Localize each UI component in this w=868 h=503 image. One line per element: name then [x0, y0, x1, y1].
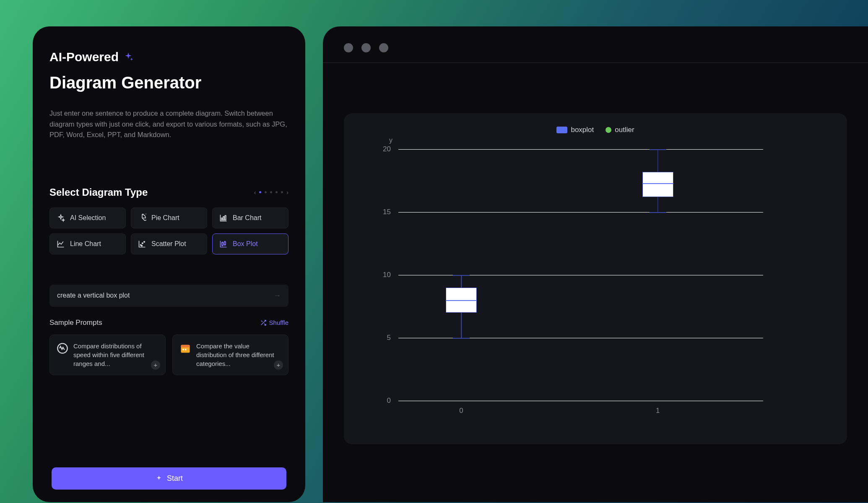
chip-scatter-plot[interactable]: Scatter Plot: [131, 233, 207, 254]
sample-card-1[interactable]: Compare distributions of speed within fi…: [49, 334, 166, 375]
prompt-input[interactable]: [57, 292, 273, 299]
svg-rect-13: [185, 349, 187, 350]
sample-card-text: Compare distributions of speed within fi…: [73, 342, 159, 368]
svg-point-5: [144, 241, 145, 242]
scatter-plot-icon: [138, 240, 146, 248]
y-tick-label: 5: [387, 334, 391, 342]
preview-panel: boxplot outlier y 0510152001: [323, 26, 868, 502]
svg-rect-12: [182, 349, 184, 350]
calendar-icon: [179, 342, 191, 354]
shuffle-icon: [260, 319, 267, 326]
y-tick-label: 0: [387, 397, 391, 405]
legend-swatch-outlier: [606, 127, 611, 133]
pager-dot-1[interactable]: [259, 191, 261, 193]
pager-dot-5[interactable]: [281, 191, 283, 193]
chart-card: boxplot outlier y 0510152001: [344, 113, 847, 444]
chip-label: AI Selection: [70, 214, 106, 222]
svg-rect-7: [222, 242, 223, 245]
gridline: [398, 149, 763, 150]
generator-panel: AI-Powered Diagram Generator Just enter …: [33, 26, 305, 502]
pager-prev[interactable]: ‹: [254, 189, 256, 196]
page-title: Diagram Generator: [49, 73, 288, 92]
window-maximize-icon[interactable]: [379, 43, 388, 52]
svg-rect-8: [224, 242, 226, 245]
add-sample-button[interactable]: +: [151, 360, 160, 370]
description-text: Just enter one sentence to produce a com…: [49, 108, 288, 140]
sparkle-icon: [155, 475, 163, 482]
ai-powered-tag: AI-Powered: [49, 50, 288, 64]
legend-label: boxplot: [571, 126, 594, 134]
legend-item-outlier[interactable]: outlier: [606, 126, 634, 134]
svg-rect-1: [223, 216, 224, 220]
section-title: Select Diagram Type: [49, 187, 148, 198]
sparkle-icon: [123, 52, 134, 62]
y-tick-label: 15: [383, 208, 391, 216]
submit-arrow-icon[interactable]: →: [273, 291, 281, 300]
x-tick-label: 1: [656, 407, 660, 415]
whisker: [461, 275, 462, 288]
box: [642, 172, 673, 197]
svg-point-6: [141, 245, 143, 246]
chip-box-plot[interactable]: Box Plot: [212, 233, 288, 254]
whisker-cap: [453, 338, 470, 339]
y-tick-label: 10: [383, 271, 391, 279]
whisker: [657, 197, 658, 212]
median-line: [446, 300, 477, 301]
svg-rect-11: [181, 345, 190, 347]
shuffle-label: Shuffle: [269, 319, 288, 326]
svg-rect-2: [225, 215, 226, 220]
start-button-label: Start: [167, 474, 183, 483]
box-plot-icon: [219, 240, 228, 248]
pager-next[interactable]: ›: [286, 189, 288, 196]
chart-legend: boxplot outlier: [361, 126, 830, 134]
add-sample-button[interactable]: +: [274, 360, 283, 370]
pager-dot-4[interactable]: [275, 191, 278, 193]
y-axis-label: y: [389, 137, 392, 144]
chip-label: Pie Chart: [151, 214, 179, 222]
window-controls: [323, 26, 868, 63]
whisker-cap: [650, 149, 666, 150]
pager-dot-2[interactable]: [265, 191, 267, 193]
start-button[interactable]: Start: [52, 467, 286, 490]
pager-dot-3[interactable]: [270, 191, 272, 193]
ai-powered-text: AI-Powered: [49, 50, 119, 64]
svg-rect-0: [221, 218, 223, 220]
shuffle-button[interactable]: Shuffle: [260, 319, 288, 326]
x-tick-label: 0: [459, 407, 463, 415]
chip-label: Bar Chart: [233, 214, 261, 222]
diagram-type-pager: ‹ ›: [254, 189, 288, 196]
sample-prompts-title: Sample Prompts: [49, 319, 102, 327]
prompt-input-container[interactable]: →: [49, 285, 288, 307]
sparkle-icon: [57, 214, 65, 222]
gridline: [398, 212, 763, 213]
whisker-cap: [650, 212, 666, 213]
chip-line-chart[interactable]: Line Chart: [49, 233, 126, 254]
median-line: [642, 183, 673, 184]
pie-chart-icon: [138, 214, 146, 222]
bar-chart-icon: [219, 214, 228, 222]
legend-label: outlier: [615, 126, 634, 134]
chip-pie-chart[interactable]: Pie Chart: [131, 207, 207, 228]
window-minimize-icon[interactable]: [361, 43, 371, 52]
activity-icon: [57, 342, 68, 354]
whisker-cap: [453, 275, 470, 276]
chip-label: Box Plot: [233, 240, 258, 248]
whisker: [461, 313, 462, 338]
chip-bar-chart[interactable]: Bar Chart: [212, 207, 288, 228]
gridline: [398, 401, 763, 401]
chip-ai-selection[interactable]: AI Selection: [49, 207, 126, 228]
legend-item-boxplot[interactable]: boxplot: [556, 126, 594, 134]
line-chart-icon: [57, 240, 65, 248]
whisker: [657, 149, 658, 172]
sample-card-text: Compare the value distribution of three …: [196, 342, 281, 368]
chip-label: Line Chart: [70, 240, 101, 248]
chart-area: y 0510152001: [390, 141, 830, 409]
chart-plot: 0510152001: [398, 149, 763, 401]
legend-swatch-boxplot: [556, 127, 567, 133]
sample-card-2[interactable]: Compare the value distribution of three …: [172, 334, 288, 375]
window-close-icon[interactable]: [344, 43, 353, 52]
y-tick-label: 20: [383, 145, 391, 153]
chip-label: Scatter Plot: [151, 240, 186, 248]
svg-point-4: [142, 243, 143, 244]
